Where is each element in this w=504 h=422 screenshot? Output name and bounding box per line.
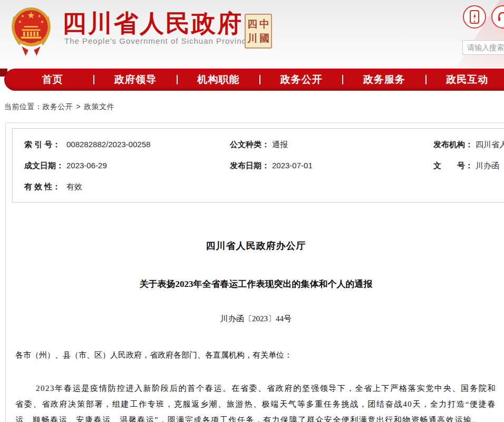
- meta-value: 2023-07-01: [272, 161, 313, 170]
- nav-item-government-affairs-disclosure[interactable]: 政务公开: [260, 73, 342, 87]
- mobile-app-icon[interactable]: [463, 5, 486, 28]
- meta-value: 川办函〔: [476, 161, 504, 171]
- meta-index-number: 索 引 号： 008282882/2023-00258: [24, 140, 230, 161]
- meta-validity: 有 效 性： 有效: [24, 182, 230, 203]
- svg-text:★: ★: [37, 14, 41, 18]
- salutation: 各市（州）、县（市、区）人民政府，省政府各部门、各直属机构，有关单位：: [15, 350, 497, 360]
- meta-label: 文 号：: [433, 161, 476, 171]
- document-number: 川办函〔2023〕44号: [15, 314, 497, 324]
- issuing-office-title: 四川省人民政府办公厅: [15, 239, 497, 252]
- svg-text:★: ★: [21, 14, 25, 18]
- nav-item-government-leaders[interactable]: 政府领导: [94, 73, 176, 87]
- svg-text:★: ★: [41, 20, 44, 24]
- document-metadata-table: 索 引 号： 008282882/2023-00258 公文种类： 通报 发布机…: [12, 128, 504, 203]
- meta-date-written: 成文日期： 2023-06-29: [24, 161, 230, 182]
- meta-empty-cell: [433, 182, 504, 203]
- search-input[interactable]: [462, 40, 504, 55]
- nav-item-home[interactable]: 首页: [12, 73, 93, 87]
- meta-label: 发布机构：: [433, 140, 476, 150]
- document-title: 关于表扬2023年全省春运工作表现突出的集体和个人的通报: [15, 278, 497, 290]
- meta-label: 成文日期：: [24, 161, 66, 171]
- paragraph: 2023年春运是疫情防控进入新阶段后的首个春运。在省委、省政府的坚强领导下，全省…: [15, 380, 496, 422]
- meta-value: 通报: [272, 140, 288, 150]
- nav-item-organization-functions[interactable]: 机构职能: [178, 73, 259, 87]
- meta-value: 008282882/2023-00258: [66, 140, 150, 149]
- svg-text:★: ★: [27, 10, 35, 21]
- meta-label: 索 引 号：: [24, 140, 66, 150]
- meta-document-number: 文 号： 川办函〔: [433, 161, 504, 182]
- breadcrumb-separator: >: [76, 102, 81, 111]
- breadcrumb-link-policy-documents[interactable]: 政策文件: [84, 102, 114, 111]
- meta-label: 发布日期：: [230, 161, 272, 171]
- svg-text:★: ★: [18, 20, 22, 24]
- breadcrumb-prefix: 当前位置：: [4, 102, 43, 111]
- seal-char: 中: [259, 17, 269, 31]
- breadcrumb-link-disclosure[interactable]: 政务公开: [43, 102, 73, 111]
- meta-empty-cell: [230, 182, 433, 203]
- meta-document-type: 公文种类： 通报: [230, 140, 433, 161]
- meta-issuing-agency: 发布机构： 四川省人: [433, 140, 504, 161]
- meta-label: 有 效 性：: [24, 182, 66, 192]
- national-emblem-icon: ★ ★ ★ ★ ★: [8, 4, 54, 59]
- nav-item-government-services[interactable]: 政务服务: [343, 73, 425, 87]
- seal-char: 國: [259, 31, 269, 45]
- document-body: 四川省人民政府办公厅 关于表扬2023年全省春运工作表现突出的集体和个人的通报 …: [6, 203, 504, 422]
- meta-value: 四川省人: [476, 140, 504, 150]
- meta-label: 公文种类：: [230, 140, 272, 150]
- nav-item-public-interaction[interactable]: 政民互动: [427, 73, 504, 87]
- main-navigation: 首页 政府领导 机构职能 政务公开 政务服务 政民互动: [4, 69, 504, 91]
- site-subtitle: The People's Government of Sichuan Provi…: [64, 36, 251, 45]
- seal-char: 四: [247, 17, 257, 31]
- meta-date-published: 发布日期： 2023-07-01: [230, 161, 433, 182]
- meta-value: 2023-06-29: [66, 161, 107, 170]
- site-header: ★ ★ ★ ★ ★ 四川省人民政府 The People's Governmen…: [0, 0, 504, 68]
- sichuan-seal-stamp: 四 中 川 國: [245, 14, 272, 49]
- document-container: 索 引 号： 008282882/2023-00258 公文种类： 通报 发布机…: [5, 122, 504, 422]
- meta-value: 有效: [66, 182, 82, 192]
- breadcrumb: 当前位置：政务公开>政策文件: [4, 102, 114, 112]
- site-title: 四川省人民政府: [62, 7, 243, 40]
- seal-char: 川: [247, 31, 257, 45]
